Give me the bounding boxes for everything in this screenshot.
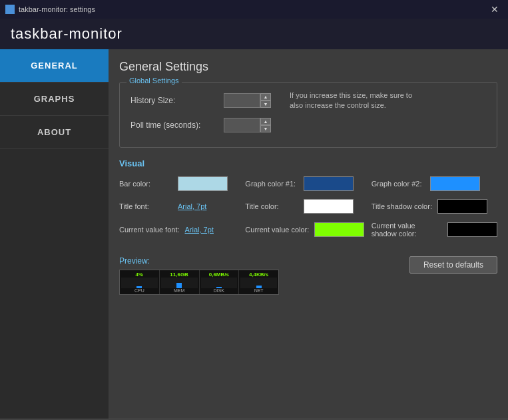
sidebar-item-general[interactable]: GENERAL (0, 49, 109, 83)
preview-net-value: 4,4KB/s (249, 272, 268, 278)
cv-font-label: Current value font: (119, 226, 180, 234)
graph-color1-item: Graph color #1: (245, 176, 371, 191)
preview-label: Preview: (119, 256, 279, 266)
preview-mem-value: 11,6GB (170, 272, 188, 278)
reset-defaults-button[interactable]: Reset to defaults (409, 256, 497, 274)
sidebar: GENERAL GRAPHS ABOUT (0, 49, 109, 419)
content-area: General Settings Global Settings History… (109, 49, 508, 419)
poll-time-up-btn[interactable]: ▲ (260, 118, 271, 125)
graph-color2-label: Graph color #2: (372, 180, 425, 188)
cv-font-item: Current value font: Arial, 7pt (119, 226, 245, 234)
cv-shadow-swatch[interactable] (447, 222, 497, 237)
graph-color2-item: Graph color #2: (372, 176, 497, 191)
preview-disk-value: 0,6MB/s (209, 272, 229, 278)
reset-defaults-area: Reset to defaults (409, 256, 497, 274)
title-shadow-item: Title shadow color: (372, 199, 497, 214)
history-size-label: History Size: (130, 96, 224, 105)
app-icon (5, 5, 15, 14)
title-bar-left: takbar-monitor: settings (5, 5, 95, 14)
graph-color2-swatch[interactable] (430, 176, 480, 191)
preview-row: Preview: 4% CPU 11,6GB MEM (119, 256, 497, 295)
title-shadow-swatch[interactable] (437, 199, 487, 214)
title-color-swatch[interactable] (304, 199, 354, 214)
sidebar-item-graphs[interactable]: GRAPHS (0, 83, 109, 116)
history-size-spinbox[interactable]: 50 ▲ ▼ (224, 93, 271, 108)
preview-mem: 11,6GB MEM (160, 270, 200, 294)
color-row-2: Title font: Arial, 7pt Title color: Titl… (119, 199, 497, 214)
poll-time-row: Poll time (seconds): 3 ▲ ▼ (130, 118, 486, 132)
graph-color1-label: Graph color #1: (245, 180, 298, 188)
bar-color-item: Bar color: (119, 176, 245, 191)
preview-cpu-value: 4% (136, 272, 144, 278)
preview-bar: 4% CPU 11,6GB MEM 0,6MB/s (119, 270, 279, 295)
bar-color-label: Bar color: (119, 180, 172, 188)
preview-net-name: NET (254, 288, 264, 293)
close-button[interactable]: ✕ (487, 3, 503, 16)
global-settings-legend: Global Settings (127, 77, 182, 85)
poll-time-spinbox[interactable]: 3 ▲ ▼ (224, 118, 271, 132)
title-bar-title: takbar-monitor: settings (19, 5, 95, 13)
poll-time-control: 3 ▲ ▼ (224, 118, 486, 132)
sidebar-item-about[interactable]: ABOUT (0, 116, 109, 149)
sidebar-label-about: ABOUT (37, 127, 71, 137)
color-row-3: Current value font: Arial, 7pt Current v… (119, 222, 497, 238)
cv-shadow-label: Current value shadow color: (372, 222, 442, 238)
title-color-item: Title color: (245, 199, 371, 214)
title-font-label: Title font: (119, 202, 172, 210)
visual-section: Visual Bar color: Graph color #1: Graph … (119, 158, 497, 246)
title-bar: takbar-monitor: settings ✕ (0, 0, 508, 19)
title-font-link[interactable]: Arial, 7pt (178, 202, 206, 210)
poll-time-input[interactable]: 3 (224, 118, 260, 132)
preview-mem-name: MEM (174, 288, 184, 293)
graph-color1-swatch[interactable] (304, 176, 354, 191)
preview-disk: 0,6MB/s DISK (200, 270, 240, 294)
cv-color-swatch[interactable] (314, 222, 364, 237)
title-font-item: Title font: Arial, 7pt (119, 202, 245, 210)
preview-net: 4,4KB/s NET (239, 270, 278, 294)
cv-color-item: Current value color: (245, 222, 371, 237)
history-size-down-btn[interactable]: ▼ (260, 101, 271, 108)
main-layout: GENERAL GRAPHS ABOUT General Settings Gl… (0, 49, 508, 419)
visual-title: Visual (119, 158, 497, 168)
title-shadow-label: Title shadow color: (372, 202, 432, 210)
history-size-input[interactable]: 50 (224, 93, 260, 108)
preview-cpu-name: CPU (134, 288, 144, 293)
app-title: taskbar-monitor (11, 25, 123, 42)
preview-disk-name: DISK (214, 288, 224, 293)
sidebar-label-graphs: GRAPHS (34, 94, 75, 104)
app-header: taskbar-monitor (0, 19, 508, 49)
cv-font-link[interactable]: Arial, 7pt (185, 226, 214, 234)
history-size-row: History Size: 50 ▲ ▼ If you increase thi… (130, 91, 486, 111)
poll-time-spinbox-buttons: ▲ ▼ (260, 118, 271, 132)
history-size-control: 50 ▲ ▼ If you increase this size, make s… (224, 91, 486, 111)
title-color-label: Title color: (245, 202, 298, 210)
preview-area: Preview: 4% CPU 11,6GB MEM (119, 256, 279, 295)
page-title: General Settings (119, 60, 497, 74)
bar-color-swatch[interactable] (178, 176, 228, 191)
cv-shadow-item: Current value shadow color: (372, 222, 497, 238)
preview-cpu: 4% CPU (120, 270, 160, 294)
history-size-spinbox-buttons: ▲ ▼ (260, 93, 271, 108)
poll-time-down-btn[interactable]: ▼ (260, 125, 271, 132)
cv-color-label: Current value color: (245, 226, 309, 234)
poll-time-label: Poll time (seconds): (130, 120, 224, 130)
history-size-hint: If you increase this size, make sure to … (290, 91, 423, 111)
sidebar-label-general: GENERAL (31, 61, 78, 71)
color-row-1: Bar color: Graph color #1: Graph color #… (119, 176, 497, 191)
global-settings-group: Global Settings History Size: 50 ▲ ▼ If … (119, 82, 497, 148)
history-size-up-btn[interactable]: ▲ (260, 93, 271, 101)
